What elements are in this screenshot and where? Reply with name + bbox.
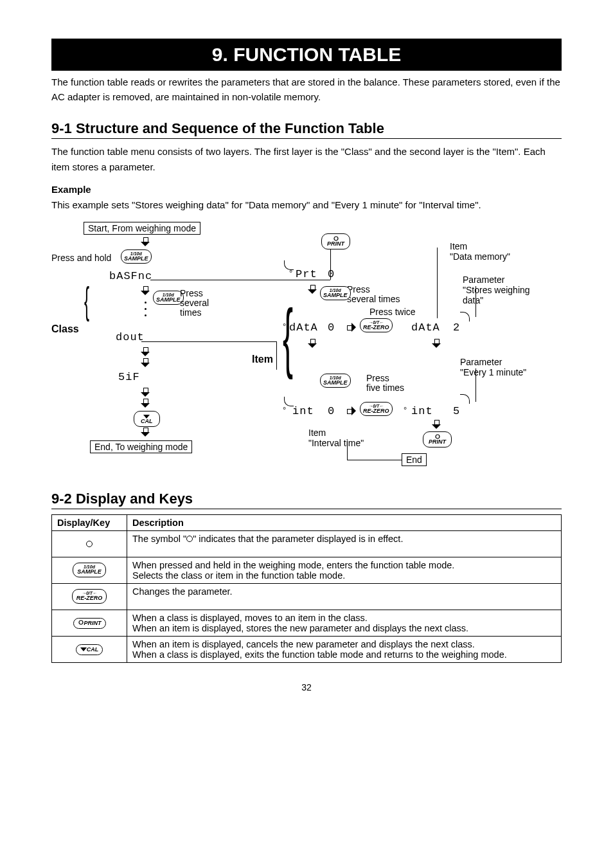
chapter-title: 9. FUNCTION TABLE	[51, 39, 562, 71]
seg-zero: 0	[328, 405, 335, 417]
line	[437, 248, 438, 318]
circle-mark-icon: °	[404, 405, 407, 415]
line	[475, 286, 476, 317]
seg-five: 5	[453, 405, 460, 417]
sample-key-icon: 1/10dSAMPLE	[73, 563, 106, 577]
table-row: →0/T←RE-ZERO Changes the parameter.	[52, 583, 562, 610]
end-label: End	[402, 453, 427, 466]
rezero-key-icon: →0/T←RE-ZERO	[360, 318, 393, 333]
arrow-down-icon	[432, 339, 440, 348]
item-label: Item	[252, 354, 273, 365]
rezero-key-icon: →0/T←RE-ZERO	[72, 589, 107, 604]
sample-key-icon: 1/10dSAMPLE	[320, 374, 351, 388]
display-keys-table: Display/Key Description The symbol "" in…	[51, 514, 562, 663]
seg-int-right: int	[411, 405, 433, 417]
seg-data-left: dAtA	[289, 321, 318, 334]
arrow-down-icon	[141, 358, 149, 367]
press-and-hold-label: Press and hold	[51, 253, 111, 263]
svg-marker-0	[143, 415, 150, 419]
text: The symbol "	[132, 534, 186, 544]
end-box: End, To weighing mode	[90, 440, 192, 453]
section1-heading: 9-1 Structure and Sequence of the Functi…	[51, 120, 562, 137]
param-every1: Parameter"Every 1 minute"	[460, 357, 526, 377]
seg-dout: dout	[116, 331, 145, 343]
cell-icon-rezero: →0/T←RE-ZERO	[52, 583, 127, 610]
table-row: The symbol "" indicates that the paramet…	[52, 530, 562, 557]
print-key-icon: PRINT	[423, 431, 452, 448]
example-title: Example	[51, 184, 562, 195]
seg-two: 2	[453, 321, 460, 334]
svg-point-2	[436, 435, 440, 439]
cell-icon-cal: CAL	[52, 636, 127, 662]
arrow-down-icon	[141, 399, 149, 408]
dot-icon	[145, 314, 147, 316]
cell-icon-print: PRINT	[52, 610, 127, 636]
arrow-down-icon	[141, 428, 149, 437]
class-label: Class	[51, 323, 79, 335]
table-row: PRINT When a class is displayed, moves t…	[52, 610, 562, 636]
arrow-right-icon	[347, 407, 356, 415]
sample-key-icon: 1/10dSAMPLE	[320, 286, 351, 301]
dot-icon	[145, 302, 147, 303]
print-key-icon: PRINT	[73, 618, 106, 628]
th-desc: Description	[127, 514, 562, 530]
cal-key-icon: CAL	[134, 411, 160, 427]
item-interval: Item"Interval time"	[308, 428, 364, 448]
seg-basfnc: bASFnc	[109, 270, 152, 282]
cell-desc: When an item is displayed, cancels the n…	[127, 636, 562, 662]
circle-icon	[86, 541, 93, 547]
table-row: CAL When an item is displayed, cancels t…	[52, 636, 562, 662]
press-five-label: Pressfive times	[366, 374, 404, 393]
heading-rule-1	[51, 138, 562, 139]
sample-key-icon: 1/10dSAMPLE	[153, 291, 184, 305]
print-key-icon: PRINT	[321, 233, 350, 249]
page-number: 32	[51, 682, 562, 692]
seg-prt: Prt	[296, 268, 317, 280]
section1-text: The function table menu consists of two …	[51, 144, 562, 175]
curve-icon	[460, 394, 470, 404]
seg-data-right: dAtA	[411, 321, 440, 334]
arrow-right-icon	[347, 323, 356, 331]
cell-desc: When a class is displayed, moves to an i…	[127, 610, 562, 636]
section2-heading: 9-2 Display and Keys	[51, 491, 562, 507]
circle-icon	[186, 536, 193, 542]
item-data-memory: Item"Data memory"	[450, 241, 510, 263]
seg-int-left: int	[292, 405, 314, 417]
press-twice-label: Press twice	[369, 307, 416, 317]
brace-icon: {	[84, 291, 89, 311]
cell-desc: Changes the parameter.	[127, 583, 562, 610]
cell-desc: When pressed and held in the weighing mo…	[127, 557, 562, 583]
circle-mark-icon: °	[283, 405, 286, 415]
press-several-times: Pressseveral times	[347, 285, 400, 305]
brace-icon: {	[283, 317, 293, 356]
line	[276, 341, 277, 370]
arrow-down-icon	[141, 237, 149, 246]
text: Changes the parameter.	[132, 586, 233, 597]
seg-zero: 0	[328, 268, 335, 280]
line	[347, 460, 402, 460]
intro-text: The function table reads or rewrites the…	[51, 75, 562, 105]
function-table-diagram: Start, From weighing mode Press and hold…	[51, 222, 562, 479]
line	[141, 341, 276, 342]
start-box: Start, From weighing mode	[84, 222, 200, 235]
th-display: Display/Key	[52, 514, 127, 530]
rezero-key-icon: →0/T←RE-ZERO	[360, 402, 393, 417]
curve-icon	[284, 397, 294, 406]
curve-icon	[460, 312, 470, 321]
cal-key-icon: CAL	[76, 644, 103, 655]
cell-desc: The symbol "" indicates that the paramet…	[127, 530, 562, 557]
line	[347, 440, 348, 460]
heading-rule-2	[51, 509, 562, 509]
line	[475, 368, 476, 402]
arrow-down-icon	[141, 347, 149, 356]
arrow-down-icon	[308, 339, 316, 348]
svg-marker-4	[80, 647, 87, 651]
cell-icon-sample: 1/10dSAMPLE	[52, 557, 127, 583]
text: " indicates that the parameter displayed…	[193, 534, 403, 544]
press-several-label: Pressseveraltimes	[180, 289, 209, 318]
arrow-down-icon	[141, 286, 149, 295]
arrow-down-icon	[308, 285, 316, 294]
example-text: This example sets "Stores weighing data"…	[51, 197, 562, 213]
curve-icon	[284, 260, 294, 270]
seg-sif: 5iF	[118, 371, 140, 383]
